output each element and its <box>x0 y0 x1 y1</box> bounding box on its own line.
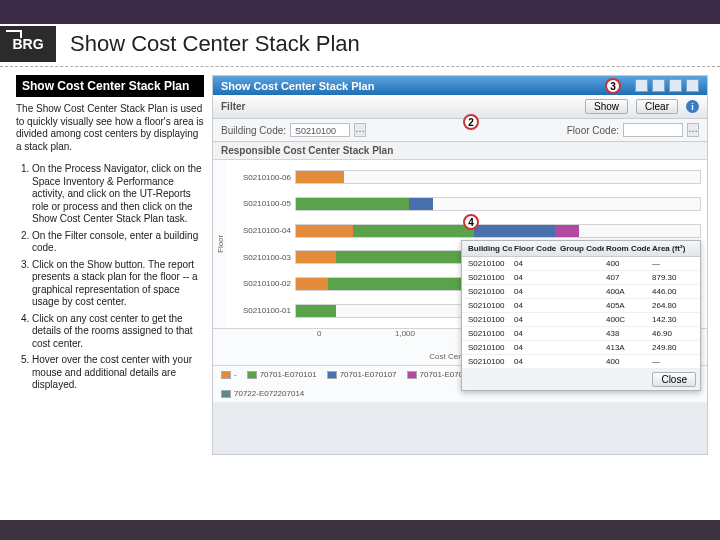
bar-track[interactable] <box>295 224 701 238</box>
steps-list: On the Process Navigator, click on the S… <box>16 163 204 392</box>
window-bottom-bar <box>0 520 720 540</box>
legend-label: 70722-E072207014 <box>234 389 304 398</box>
x-tick: 0 <box>317 329 395 338</box>
details-cell: S0210100 <box>466 356 512 367</box>
details-cell <box>558 272 604 283</box>
details-row[interactable]: S021010004400— <box>462 355 700 369</box>
details-row[interactable]: S021010004400C142.30 <box>462 313 700 327</box>
details-cell <box>558 342 604 353</box>
details-cell: 264.80 <box>650 300 696 311</box>
details-cell <box>558 258 604 269</box>
details-row[interactable]: S021010004405A264.80 <box>462 299 700 313</box>
bar-label: S0210100-04 <box>233 226 291 235</box>
details-cell: — <box>650 356 696 367</box>
callout-4: 4 <box>463 214 479 230</box>
building-code-field: Building Code: S0210100 … <box>221 123 366 137</box>
bar-track[interactable] <box>295 170 701 184</box>
bar-segment[interactable] <box>296 251 336 263</box>
bar-segment[interactable] <box>555 225 579 237</box>
details-cell <box>558 300 604 311</box>
bar-label: S0210100-01 <box>233 306 291 315</box>
details-cell: 400C <box>604 314 650 325</box>
details-cell: 446.00 <box>650 286 696 297</box>
details-cell: 438 <box>604 328 650 339</box>
clear-button[interactable]: Clear <box>636 99 678 114</box>
details-cell: 04 <box>512 258 558 269</box>
floor-code-picker-button[interactable]: … <box>687 123 699 137</box>
email-icon[interactable] <box>669 79 682 92</box>
details-cell: S0210100 <box>466 342 512 353</box>
callout-3: 3 <box>605 78 621 94</box>
floor-code-input[interactable] <box>623 123 683 137</box>
details-cell: 04 <box>512 328 558 339</box>
window-top-bar <box>0 0 720 24</box>
panel-toolbar <box>635 79 699 92</box>
details-cell: S0210100 <box>466 272 512 283</box>
instructions-column: Show Cost Center Stack Plan The Show Cos… <box>16 75 204 455</box>
details-cell: 400 <box>604 258 650 269</box>
brg-logo: BRG <box>0 26 56 62</box>
show-button[interactable]: Show <box>585 99 628 114</box>
chart-panel-title: Responsible Cost Center Stack Plan <box>213 142 707 160</box>
details-cell: 04 <box>512 356 558 367</box>
details-row[interactable]: S021010004400— <box>462 257 700 271</box>
bar-segment[interactable] <box>353 225 474 237</box>
step-2: On the Filter console, enter a building … <box>32 230 204 255</box>
bar-segment[interactable] <box>296 225 353 237</box>
bar-label: S0210100-06 <box>233 173 291 182</box>
details-cell: 400 <box>604 356 650 367</box>
y-axis-label: Floor <box>213 160 227 328</box>
help-icon[interactable] <box>686 79 699 92</box>
bar-segment[interactable] <box>409 198 433 210</box>
export-icon[interactable] <box>635 79 648 92</box>
details-cell <box>558 314 604 325</box>
details-cell: 46.90 <box>650 328 696 339</box>
building-code-picker-button[interactable]: … <box>354 123 366 137</box>
panel-title-text: Show Cost Center Stack Plan <box>221 80 374 92</box>
legend-swatch <box>407 371 417 379</box>
info-icon[interactable]: i <box>686 100 699 113</box>
details-cell: 04 <box>512 300 558 311</box>
building-code-input[interactable]: S0210100 <box>290 123 350 137</box>
details-col-header[interactable]: Floor Code <box>512 243 558 254</box>
bar-row[interactable]: S0210100-06 <box>233 168 701 186</box>
bar-segment[interactable] <box>296 305 336 317</box>
details-cell <box>558 356 604 367</box>
details-cell: — <box>650 258 696 269</box>
details-cell: S0210100 <box>466 258 512 269</box>
details-col-header[interactable]: Area (ft²) <box>650 243 696 254</box>
application-screenshot: 3 2 4 Show Cost Center Stack Plan Filter… <box>212 75 708 455</box>
close-button[interactable]: Close <box>652 372 696 387</box>
details-row[interactable]: S021010004407879.30 <box>462 271 700 285</box>
print-icon[interactable] <box>652 79 665 92</box>
section-title: Show Cost Center Stack Plan <box>16 75 204 97</box>
bar-segment[interactable] <box>474 225 555 237</box>
floor-code-label: Floor Code: <box>567 125 619 136</box>
details-header-row: Building CodeFloor CodeGroup CodeRoom Co… <box>462 241 700 257</box>
details-cell: 879.30 <box>650 272 696 283</box>
building-code-label: Building Code: <box>221 125 286 136</box>
legend-label: 70701-E070107 <box>340 370 397 379</box>
details-col-header[interactable]: Group Code <box>558 243 604 254</box>
details-cell <box>558 328 604 339</box>
bar-segment[interactable] <box>296 171 344 183</box>
legend-swatch <box>327 371 337 379</box>
bar-segment[interactable] <box>336 251 473 263</box>
details-col-header[interactable]: Building Code <box>466 243 512 254</box>
details-row[interactable]: S021010004400A446.00 <box>462 285 700 299</box>
legend-swatch <box>221 390 231 398</box>
details-row[interactable]: S02101000443846.90 <box>462 327 700 341</box>
details-cell <box>558 286 604 297</box>
details-cell: 405A <box>604 300 650 311</box>
details-cell: 04 <box>512 272 558 283</box>
details-body: S021010004400—S021010004407879.30S021010… <box>462 257 700 369</box>
bar-row[interactable]: S0210100-05 <box>233 195 701 213</box>
details-row[interactable]: S021010004413A249.80 <box>462 341 700 355</box>
bar-segment[interactable] <box>296 198 409 210</box>
filter-fields-row: Building Code: S0210100 … Floor Code: … <box>213 119 707 142</box>
bar-track[interactable] <box>295 197 701 211</box>
details-cell: S0210100 <box>466 314 512 325</box>
details-cell: S0210100 <box>466 328 512 339</box>
details-col-header[interactable]: Room Code <box>604 243 650 254</box>
bar-segment[interactable] <box>296 278 328 290</box>
